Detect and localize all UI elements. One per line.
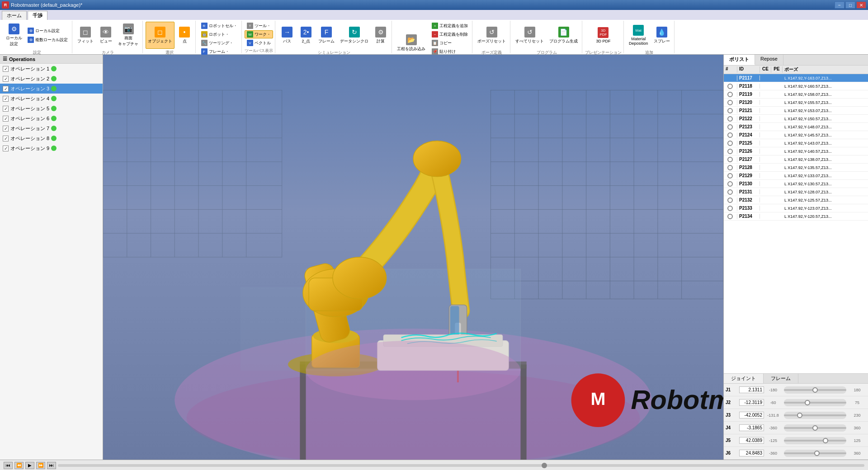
robot-cell-button[interactable]: R ロボットセル・ (199, 22, 240, 30)
tab-pose-list[interactable]: ポリスト (724, 55, 755, 65)
pose-radio-13[interactable] (727, 181, 733, 187)
two-point-button[interactable]: 2• 2_点 (297, 22, 315, 49)
tab-joint[interactable]: ジョイント (724, 374, 764, 383)
path-button[interactable]: → パス (278, 22, 296, 49)
pose-radio-15[interactable] (727, 197, 733, 203)
pose-radio-6[interactable] (727, 124, 733, 130)
operation-item-2[interactable]: ✓ オペレーション 2 (0, 74, 103, 84)
op-checkbox-4[interactable]: ✓ (3, 96, 9, 102)
pose-radio-9[interactable] (727, 149, 733, 154)
pose-row-P2127[interactable]: P2127 L X147.92,Y-138.07,Z13... (724, 155, 868, 164)
pose-radio-5[interactable] (727, 116, 733, 122)
op-checkbox-2[interactable]: ✓ (3, 76, 9, 82)
operation-item-4[interactable]: ✓ オペレーション 4 (0, 94, 103, 103)
reset-all-button[interactable]: ↺ すべてリセット (513, 22, 546, 49)
joint-thumb-3[interactable] (812, 425, 818, 431)
operation-item-8[interactable]: ✓ オペレーション 8 (0, 133, 103, 143)
pose-row-P2128[interactable]: P2128 L X147.92,Y-135.57,Z13... (724, 164, 868, 172)
fit-button[interactable]: ◻ フィット (75, 22, 96, 49)
local-settings-button[interactable]: ⚙ ローカル設定 (4, 22, 24, 49)
op-checkbox-5[interactable]: ✓ (3, 106, 9, 112)
material-deposition-button[interactable]: Mat MaterialDeposition (627, 22, 651, 49)
btn-prev[interactable]: ⏪ (14, 462, 24, 469)
progress-thumb[interactable] (542, 463, 547, 468)
close-button[interactable]: ✕ (856, 1, 866, 9)
joint-thumb-4[interactable] (823, 438, 828, 443)
pose-radio-2[interactable] (727, 92, 733, 97)
joint-value-0[interactable] (739, 386, 764, 393)
operation-item-7[interactable]: ✓ オペレーション 7 (0, 123, 103, 133)
multi-local-settings-button[interactable]: ⚙ 複数ローカル設定 (25, 36, 70, 44)
pose-row-P2123[interactable]: P2123 L X147.92,Y-148.07,Z13... (724, 123, 868, 131)
operation-item-6[interactable]: ✓ オペレーション 6 (0, 113, 103, 123)
maximize-button[interactable]: □ (845, 1, 855, 9)
pose-radio-12[interactable] (727, 173, 733, 179)
pose-radio-16[interactable] (727, 206, 733, 211)
pose-row-P2120[interactable]: P2120 L X147.92,Y-155.57,Z13... (724, 99, 868, 107)
3dpdf-button[interactable]: 3DPDF 3D PDF (594, 22, 613, 49)
operation-item-1[interactable]: ✓ オペレーション 1 (0, 64, 103, 74)
joint-slider-2[interactable] (784, 412, 846, 419)
pose-row-P2122[interactable]: P2122 L X147.92,Y-150.57,Z13... (724, 115, 868, 123)
frame-button[interactable]: F フレーム (316, 22, 337, 49)
pose-radio-4[interactable] (727, 108, 733, 113)
joint-slider-4[interactable] (784, 437, 846, 444)
progress-bar[interactable] (58, 464, 864, 467)
op-checkbox-9[interactable]: ✓ (3, 146, 9, 151)
robot-button[interactable]: 🤖 ロボット・ (199, 30, 240, 38)
op-checkbox-3[interactable]: ✓ (3, 86, 9, 92)
pose-row-P2119[interactable]: P2119 L X147.92,Y-158.07,Z13... (724, 90, 868, 99)
tab-repose[interactable]: Repose (755, 55, 783, 65)
joint-thumb-1[interactable] (805, 400, 810, 405)
btn-first[interactable]: ⏮ (4, 462, 13, 469)
viewport[interactable]: M Robotmaster (103, 55, 723, 460)
capture-button[interactable]: 📷 画面キャプチャ (116, 22, 141, 49)
pose-radio-14[interactable] (727, 189, 733, 195)
point-select-button[interactable]: • 点 (175, 22, 193, 49)
pose-reset-button[interactable]: ↺ ポーズリセット (475, 22, 508, 49)
pose-radio-8[interactable] (727, 141, 733, 146)
joint-slider-1[interactable] (784, 399, 846, 406)
btn-next[interactable]: ⏩ (36, 462, 45, 469)
pose-radio-1[interactable] (727, 84, 733, 89)
pose-row-P2126[interactable]: P2126 L X147.92,Y-140.57,Z13... (724, 147, 868, 155)
pose-row-P2121[interactable]: P2121 L X147.92,Y-153.07,Z13... (724, 107, 868, 115)
pose-radio-11[interactable] (727, 165, 733, 170)
joint-value-3[interactable] (739, 424, 764, 431)
joint-slider-5[interactable] (784, 450, 846, 457)
joint-thumb-2[interactable] (797, 413, 802, 418)
copy-button[interactable]: 📋 コピー (429, 39, 470, 47)
pose-row-P2117[interactable]: P2117 L X147.92,Y-163.07,Z13... (724, 74, 868, 82)
joint-slider-0[interactable] (784, 386, 846, 394)
pose-row-P2131[interactable]: P2131 L X147.92,Y-128.07,Z13... (724, 188, 868, 196)
tab-home[interactable]: ホーム (2, 11, 27, 20)
load-process-button[interactable]: 📂 工程を読み込み (395, 29, 428, 56)
work-display-button[interactable]: W ワーク・ (245, 30, 273, 38)
op-checkbox-1[interactable]: ✓ (3, 66, 9, 72)
tab-interference[interactable]: 千渉 (28, 11, 47, 20)
vector-button[interactable]: V ベクトル (245, 39, 273, 47)
tooling-button[interactable]: 🔧 ツーリング・ (199, 39, 240, 47)
tab-frame[interactable]: フレーム (764, 374, 798, 383)
datasync-button[interactable]: ↻ データシンクロ (338, 22, 371, 49)
pose-radio-0[interactable] (727, 75, 733, 81)
joint-value-2[interactable] (739, 412, 764, 418)
pose-row-P2130[interactable]: P2130 L X147.92,Y-130.57,Z13... (724, 180, 868, 188)
generate-program-button[interactable]: 📄 プログラム生成 (547, 22, 580, 49)
add-process-button[interactable]: + 工程定義を追加 (429, 22, 470, 30)
joint-thumb-5[interactable] (814, 451, 820, 456)
tool-display-button[interactable]: T ツール・ (245, 22, 273, 30)
op-checkbox-7[interactable]: ✓ (3, 126, 9, 132)
object-select-button[interactable]: ◻ オブジェクト (146, 22, 175, 49)
pose-row-P2125[interactable]: P2125 L X147.92,Y-143.07,Z13... (724, 139, 868, 147)
pose-list[interactable]: # ID CE PE ポーズ P2117 L X147.92,Y-163.07,… (724, 66, 868, 373)
op-checkbox-6[interactable]: ✓ (3, 116, 9, 122)
operation-item-5[interactable]: ✓ オペレーション 5 (0, 103, 103, 113)
calc-button[interactable]: ⚙ 計算 (372, 22, 390, 49)
pose-radio-7[interactable] (727, 132, 733, 138)
pose-row-P2134[interactable]: P2134 L X147.92,Y-120.57,Z13... (724, 212, 868, 221)
pose-row-P2124[interactable]: P2124 L X147.92,Y-145.57,Z13... (724, 131, 868, 139)
joint-value-5[interactable] (739, 450, 764, 456)
joint-thumb-0[interactable] (812, 387, 818, 393)
pose-row-P2118[interactable]: P2118 L X147.92,Y-160.57,Z13... (724, 82, 868, 90)
